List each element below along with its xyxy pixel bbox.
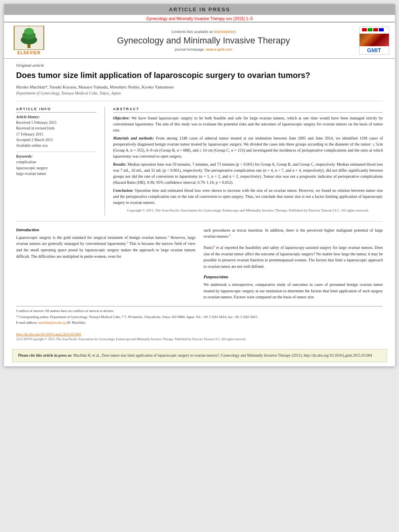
panici-text-b: et al reported the feasibility and safet…: [204, 245, 383, 269]
objective-label: Objective:: [113, 116, 130, 120]
keyword2: laparoscopic surgery: [16, 165, 97, 171]
intro-right: such procedures as trocar insertion. In …: [204, 227, 383, 300]
affiliation-line: Department of Gynecology, Yotsuya Medica…: [16, 91, 383, 95]
journal-title-text: Gynecology and Minimally Invasive Therap…: [146, 16, 253, 21]
email-link[interactable]: machida@mcube.jp: [38, 320, 66, 325]
results-label: Results:: [113, 162, 126, 166]
keywords-section: Keywords: complication laparoscopic surg…: [16, 154, 97, 177]
methods-label: Materials and methods:: [113, 136, 154, 140]
intro-two-col: Introduction Laparoscopic surgery is the…: [16, 227, 383, 300]
intro-p1: Laparoscopic surgery is the gold standar…: [16, 235, 167, 240]
abstract-col: ABSTRACT Objective: We have found laparo…: [113, 107, 383, 216]
journal-name-header: Gynecology and Minimally Invasive Therap…: [53, 35, 354, 46]
conflicts-footnote: Conflicts of interest: All authors have …: [16, 309, 383, 314]
revised2-text: 17 February 2015: [16, 131, 97, 137]
divider-after-abstract: [16, 221, 383, 222]
article-info-col: ARTICLE INFO Article history: Received 5…: [16, 107, 97, 216]
keywords-label: Keywords:: [16, 154, 97, 158]
received-text: Received 5 February 2015: [16, 120, 97, 125]
keyword3: large ovarian tumor: [16, 171, 97, 177]
revised-text: Received in revised form: [16, 125, 97, 131]
gmit-logo: GMIT: [358, 27, 390, 55]
abstract-conclusion: Conclusion: Operation time and estimated…: [113, 187, 383, 205]
conclusion-label: Conclusion:: [113, 188, 134, 193]
abstract-methods: Materials and methods: From among 1248 c…: [113, 135, 383, 159]
intro-right-text: such procedures as trocar insertion. In …: [204, 227, 383, 240]
intro-sup3: 3: [229, 234, 230, 237]
header-section: ELSEVIER Contents lists available at Sci…: [4, 22, 395, 59]
results-text: Median operation time was 59 minutes, 7 …: [113, 162, 383, 185]
available-text: Available online xxx: [16, 143, 97, 148]
panici-text: Panici: [204, 245, 214, 250]
svg-rect-9: [373, 28, 378, 31]
svg-rect-7: [362, 28, 367, 31]
sciencedirect-line: Contents lists available at ScienceDirec…: [53, 30, 354, 34]
abstract-copyright: Copyright © 2015, The Asia-Pacific Assoc…: [113, 208, 383, 214]
journal-homepage-line: journal homepage: www.e-gmit.com: [53, 47, 354, 51]
gmit-image: [360, 34, 389, 46]
gmit-label-text: GMIT: [360, 46, 389, 54]
introduction-heading: Introduction: [16, 227, 195, 232]
svg-rect-8: [368, 28, 372, 31]
homepage-link[interactable]: www.e-gmit.com: [206, 47, 232, 51]
page: ARTICLE IN PRESS Gynecology and Minimall…: [4, 4, 395, 366]
authors-text: Hiroko Machida*, Yasuki Koyasu, Masayo Y…: [16, 84, 174, 89]
article-history: Article history: Received 5 February 201…: [16, 115, 97, 148]
corresponding-footnote: * Corresponding author. Department of Gy…: [16, 315, 383, 320]
history-label: Article history:: [16, 115, 97, 119]
header-center: Contents lists available at ScienceDirec…: [49, 30, 358, 51]
article-title: Does tumor size limit application of lap…: [16, 70, 383, 80]
homepage-text: journal homepage:: [175, 47, 205, 51]
article-in-press-banner: ARTICLE IN PRESS: [4, 4, 395, 15]
elsevier-label: ELSEVIER: [17, 51, 40, 55]
svg-point-4: [24, 28, 34, 35]
gmit-box: GMIT: [359, 27, 389, 55]
banner-text: ARTICLE IN PRESS: [169, 6, 230, 12]
introduction-text: Laparoscopic surgery is the gold standar…: [16, 234, 195, 260]
article-info-abstract-section: ARTICLE INFO Article history: Received 5…: [16, 107, 383, 216]
intro-panici: Panici4 et al reported the feasibility a…: [204, 244, 383, 269]
purpose-heading: Purpose/aims: [204, 274, 383, 279]
elsevier-logo: ELSEVIER: [9, 26, 49, 55]
email-label: E-mail address:: [16, 320, 37, 325]
journal-title-bar: Gynecology and Minimally Invasive Therap…: [4, 15, 395, 22]
email-suffix: (H. Machida).: [66, 320, 86, 325]
abstract-header: ABSTRACT: [113, 107, 383, 113]
doi-line: http://dx.doi.org/10.1016/j.gmit.2015.03…: [16, 331, 383, 336]
elsevier-tree-icon: [13, 26, 45, 50]
conclusion-text: Operation time and estimated blood loss …: [113, 188, 383, 205]
issn-line: 2213-3070/Copyright © 2015, The Asia-Pac…: [16, 337, 383, 341]
sciencedirect-text: Contents lists available at: [171, 30, 212, 34]
divider-after-affiliation: [16, 101, 383, 101]
svg-point-6: [28, 44, 30, 46]
flag-icons: [362, 28, 386, 32]
svg-rect-10: [379, 28, 384, 31]
article-info-header: ARTICLE INFO: [16, 107, 97, 113]
abstract-objective: Objective: We have found laparoscopic su…: [113, 115, 383, 133]
email-footnote: E-mail address: machida@mcube.jp (H. Mac…: [16, 320, 383, 325]
purpose-text: We undertook a retrospective, comparativ…: [204, 281, 383, 300]
abstract-results: Results: Median operation time was 59 mi…: [113, 161, 383, 185]
sciencedirect-link[interactable]: ScienceDirect: [214, 30, 236, 34]
objective-text: We have found laparoscopic surgery to be…: [113, 116, 383, 132]
intro-left: Introduction Laparoscopic surgery is the…: [16, 227, 195, 300]
doi-link[interactable]: http://dx.doi.org/10.1016/j.gmit.2015.03…: [16, 332, 81, 336]
article-type: Original article: [16, 63, 383, 68]
article-body: Original article Does tumor size limit a…: [4, 59, 395, 345]
abstract-text: Objective: We have found laparoscopic su…: [113, 115, 383, 214]
cite-label: Please cite this article in press as:: [18, 353, 72, 357]
col-divider: [105, 107, 105, 216]
cite-text: Machida H, et al., Does tumor size limit…: [73, 353, 372, 357]
citation-box: Please cite this article in press as: Ma…: [12, 349, 387, 362]
footnote-section: Conflicts of interest: All authors have …: [16, 306, 383, 341]
gmit-top-label: [360, 27, 389, 34]
accepted-text: Accepted 2 March 2015: [16, 137, 97, 143]
keyword1: complication: [16, 159, 97, 165]
authors-line: Hiroko Machida*, Yasuki Koyasu, Masayo Y…: [16, 84, 383, 89]
intro-p2: such procedures as trocar insertion. In …: [204, 228, 383, 239]
